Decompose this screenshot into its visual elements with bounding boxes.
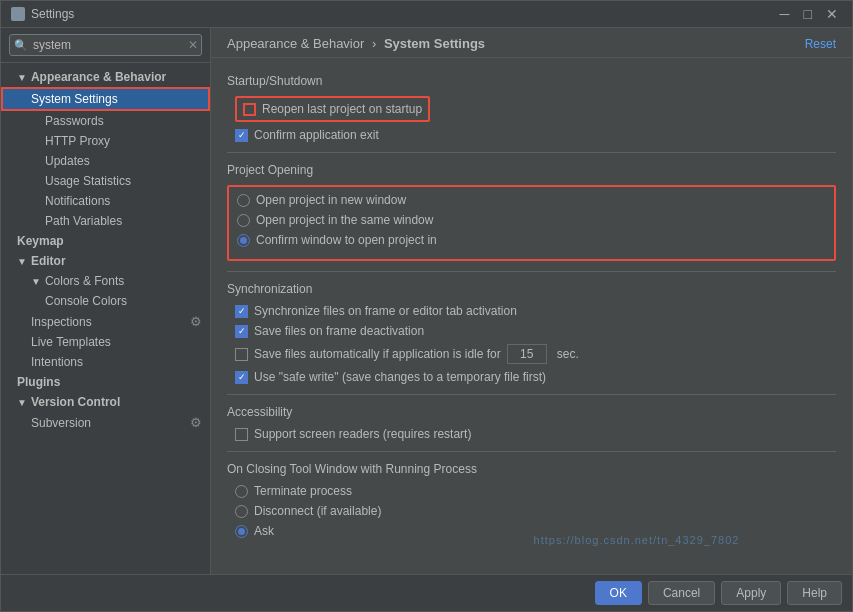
- disconnect-label: Disconnect (if available): [254, 504, 381, 518]
- sidebar-item-system-settings[interactable]: System Settings: [1, 87, 210, 111]
- open-same-window-radio[interactable]: [237, 214, 250, 227]
- sidebar-item-updates[interactable]: Updates: [1, 151, 210, 171]
- title-bar-left: Settings: [11, 7, 74, 21]
- sidebar-item-editor[interactable]: ▼ Editor: [1, 251, 210, 271]
- confirm-exit-wrap[interactable]: Confirm application exit: [235, 128, 379, 142]
- confirm-exit-checkbox[interactable]: [235, 129, 248, 142]
- safe-write-wrap[interactable]: Use "safe write" (save changes to a temp…: [235, 370, 546, 384]
- sidebar-item-colors-fonts[interactable]: ▼ Colors & Fonts: [1, 271, 210, 291]
- arrow-icon: ▼: [17, 397, 27, 408]
- bottom-bar: OK Cancel Apply Help: [1, 574, 852, 611]
- sidebar-item-label: Version Control: [31, 395, 120, 409]
- apply-button[interactable]: Apply: [721, 581, 781, 605]
- breadcrumb-separator: ›: [372, 36, 376, 51]
- settings-icon: [11, 7, 25, 21]
- project-opening-block: Open project in new window Open project …: [227, 185, 836, 261]
- sidebar-item-label: Live Templates: [31, 335, 111, 349]
- sidebar-item-path-variables[interactable]: Path Variables: [1, 211, 210, 231]
- confirm-exit-label: Confirm application exit: [254, 128, 379, 142]
- open-new-window-label: Open project in new window: [256, 193, 406, 207]
- save-deactivation-label: Save files on frame deactivation: [254, 324, 424, 338]
- right-panel: Appearance & Behavior › System Settings …: [211, 28, 852, 574]
- close-button[interactable]: ✕: [822, 7, 842, 21]
- breadcrumb-parent: Appearance & Behavior: [227, 36, 364, 51]
- panel-body: Startup/Shutdown Reopen last project on …: [211, 58, 852, 574]
- sidebar-item-label: Editor: [31, 254, 66, 268]
- sidebar-item-http-proxy[interactable]: HTTP Proxy: [1, 131, 210, 151]
- search-clear-button[interactable]: ✕: [186, 39, 200, 51]
- screen-readers-wrap[interactable]: Support screen readers (requires restart…: [235, 427, 471, 441]
- sidebar-item-keymap[interactable]: Keymap: [1, 231, 210, 251]
- cancel-button[interactable]: Cancel: [648, 581, 715, 605]
- sidebar-item-passwords[interactable]: Passwords: [1, 111, 210, 131]
- confirm-window-wrap[interactable]: Confirm window to open project in: [237, 233, 826, 247]
- screen-readers-checkbox[interactable]: [235, 428, 248, 441]
- breadcrumb-current: System Settings: [384, 36, 485, 51]
- sidebar-item-appearance-behavior[interactable]: ▼ Appearance & Behavior: [1, 67, 210, 87]
- panel-header: Appearance & Behavior › System Settings …: [211, 28, 852, 58]
- disconnect-wrap[interactable]: Disconnect (if available): [235, 504, 836, 518]
- sidebar-item-usage-statistics[interactable]: Usage Statistics: [1, 171, 210, 191]
- open-new-window-radio[interactable]: [237, 194, 250, 207]
- confirm-window-label: Confirm window to open project in: [256, 233, 437, 247]
- sync-files-checkbox[interactable]: [235, 305, 248, 318]
- save-deactivation-checkbox[interactable]: [235, 325, 248, 338]
- sidebar-item-label: Passwords: [45, 114, 104, 128]
- terminate-label: Terminate process: [254, 484, 352, 498]
- sidebar-item-label: Colors & Fonts: [45, 274, 124, 288]
- main-content: 🔍 ✕ ▼ Appearance & Behavior System Setti…: [1, 28, 852, 574]
- save-auto-checkbox[interactable]: [235, 348, 248, 361]
- sidebar-item-console-colors[interactable]: Console Colors: [1, 291, 210, 311]
- sidebar-item-live-templates[interactable]: Live Templates: [1, 332, 210, 352]
- sidebar-item-subversion[interactable]: Subversion ⚙: [1, 412, 210, 433]
- confirm-window-radio[interactable]: [237, 234, 250, 247]
- startup-shutdown-title: Startup/Shutdown: [227, 74, 836, 88]
- safe-write-row: Use "safe write" (save changes to a temp…: [235, 370, 836, 384]
- sidebar-item-label: HTTP Proxy: [45, 134, 110, 148]
- terminate-wrap[interactable]: Terminate process: [235, 484, 836, 498]
- ask-wrap[interactable]: Ask: [235, 524, 836, 538]
- reopen-last-project-label: Reopen last project on startup: [262, 102, 422, 116]
- reopen-last-project-checkbox[interactable]: [243, 103, 256, 116]
- safe-write-label: Use "safe write" (save changes to a temp…: [254, 370, 546, 384]
- save-deactivation-wrap[interactable]: Save files on frame deactivation: [235, 324, 424, 338]
- sidebar-item-intentions[interactable]: Intentions: [1, 352, 210, 372]
- synchronization-title: Synchronization: [227, 282, 836, 296]
- open-same-window-wrap[interactable]: Open project in the same window: [237, 213, 826, 227]
- reopen-last-project-row: Reopen last project on startup: [235, 96, 836, 122]
- ask-label: Ask: [254, 524, 274, 538]
- ok-button[interactable]: OK: [595, 581, 642, 605]
- window-controls: ─ □ ✕: [776, 7, 842, 21]
- search-icon: 🔍: [14, 39, 28, 52]
- sidebar-item-label: Keymap: [17, 234, 64, 248]
- terminate-radio[interactable]: [235, 485, 248, 498]
- gear-icon: ⚙: [190, 415, 202, 430]
- reset-button[interactable]: Reset: [805, 37, 836, 51]
- safe-write-checkbox[interactable]: [235, 371, 248, 384]
- arrow-icon: ▼: [17, 256, 27, 267]
- ask-radio[interactable]: [235, 525, 248, 538]
- search-input[interactable]: [30, 37, 186, 53]
- sidebar-item-label: Notifications: [45, 194, 110, 208]
- save-auto-wrap[interactable]: Save files automatically if application …: [235, 347, 501, 361]
- sidebar-item-version-control[interactable]: ▼ Version Control: [1, 392, 210, 412]
- open-new-window-wrap[interactable]: Open project in new window: [237, 193, 826, 207]
- save-deactivation-row: Save files on frame deactivation: [235, 324, 836, 338]
- idle-value-input[interactable]: 15: [507, 344, 547, 364]
- disconnect-radio[interactable]: [235, 505, 248, 518]
- sync-files-wrap[interactable]: Synchronize files on frame or editor tab…: [235, 304, 517, 318]
- sidebar-item-notifications[interactable]: Notifications: [1, 191, 210, 211]
- sidebar: 🔍 ✕ ▼ Appearance & Behavior System Setti…: [1, 28, 211, 574]
- minimize-button[interactable]: ─: [776, 7, 794, 21]
- sidebar-item-label: Intentions: [31, 355, 83, 369]
- maximize-button[interactable]: □: [800, 7, 816, 21]
- help-button[interactable]: Help: [787, 581, 842, 605]
- sidebar-item-plugins[interactable]: Plugins: [1, 372, 210, 392]
- window-title: Settings: [31, 7, 74, 21]
- closing-tool-title: On Closing Tool Window with Running Proc…: [227, 462, 836, 476]
- arrow-icon: ▼: [17, 72, 27, 83]
- open-same-window-label: Open project in the same window: [256, 213, 433, 227]
- sidebar-tree: ▼ Appearance & Behavior System Settings …: [1, 63, 210, 574]
- sidebar-item-inspections[interactable]: Inspections ⚙: [1, 311, 210, 332]
- save-auto-label: Save files automatically if application …: [254, 347, 501, 361]
